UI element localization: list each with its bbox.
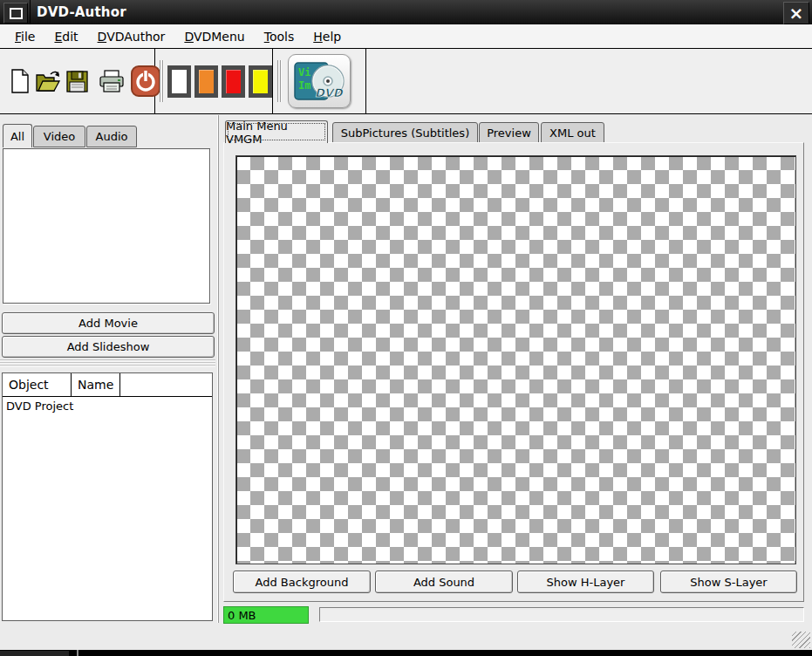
column-header-name[interactable]: Name — [72, 373, 120, 396]
menu-item-dvdauthor[interactable]: DVDAuthor — [88, 26, 175, 47]
new-document-icon — [10, 69, 30, 93]
printer-icon — [99, 70, 126, 93]
toolbar-file-section — [0, 49, 155, 113]
menu-item-tools[interactable]: Tools — [255, 26, 304, 47]
save-project-button[interactable] — [66, 71, 88, 92]
project-tree-header: Object Name — [3, 373, 212, 397]
vertical-splitter[interactable] — [215, 115, 223, 623]
window-menu-button[interactable] — [3, 3, 28, 24]
open-project-button[interactable] — [35, 70, 61, 92]
toolbar: Vi Im DVD — [0, 48, 812, 114]
show-s-layer-button[interactable]: Show S-Layer — [660, 571, 797, 593]
add-movie-button[interactable]: Add Movie — [2, 312, 215, 334]
tab-main-menu-vmgm[interactable]: Main Menu VMGM — [225, 120, 328, 143]
taskbar-fragment — [0, 651, 69, 656]
menu-item-help[interactable]: Help — [304, 26, 351, 47]
desktop-strip — [0, 650, 812, 656]
color-swatch-red[interactable] — [222, 65, 245, 98]
column-header-object[interactable]: Object — [3, 373, 72, 396]
taskbar-tick — [77, 650, 78, 656]
add-background-button[interactable]: Add Background — [233, 571, 371, 593]
menu-item-dvdmenu[interactable]: DVDMenu — [174, 26, 254, 47]
column-header-empty — [120, 373, 212, 396]
tab-audio[interactable]: Audio — [86, 126, 137, 147]
media-list[interactable] — [3, 148, 210, 304]
open-folder-icon — [35, 70, 61, 92]
progress-label: 0 MB — [228, 609, 256, 622]
menu-item-edit[interactable]: Edit — [44, 26, 87, 47]
svg-text:Im: Im — [298, 79, 310, 92]
tab-preview[interactable]: Preview — [479, 122, 539, 143]
menu-item-file[interactable]: File — [5, 26, 44, 47]
svg-text:Vi: Vi — [298, 66, 310, 79]
progress-track — [319, 607, 804, 622]
tab-all[interactable]: All — [3, 124, 32, 147]
close-icon: × — [789, 3, 804, 24]
toolbar-color-section — [155, 49, 273, 113]
tab-subpictures[interactable]: SubPictures (Subtitles) — [332, 122, 478, 143]
svg-text:DVD: DVD — [315, 86, 344, 99]
tree-row-dvd-project[interactable]: DVD Project — [3, 397, 212, 415]
toolbar-grip[interactable] — [277, 60, 283, 102]
horizontal-splitter[interactable] — [0, 359, 215, 371]
status-bar — [0, 624, 812, 650]
new-project-button[interactable] — [10, 69, 30, 93]
size-progress-bar: 0 MB — [223, 606, 309, 624]
dvd-video-import-button[interactable]: Vi Im DVD — [288, 54, 351, 108]
dvd-disc-icon: Vi Im DVD — [294, 60, 345, 102]
app-window: DVD-Author × File Edit DVDAuthor DVDMenu… — [0, 0, 812, 656]
close-button[interactable]: × — [783, 2, 809, 24]
color-swatch-orange[interactable] — [194, 65, 218, 98]
tab-xml-out[interactable]: XML out — [541, 122, 604, 143]
toolbar-grip[interactable] — [160, 60, 164, 102]
title-bar: DVD-Author × — [0, 0, 812, 24]
title-separator — [30, 0, 31, 24]
window-title: DVD-Author — [37, 0, 126, 24]
show-h-layer-button[interactable]: Show H-Layer — [517, 571, 654, 593]
menu-canvas[interactable] — [235, 155, 796, 564]
resize-grip[interactable] — [792, 632, 810, 648]
print-button[interactable] — [99, 70, 126, 93]
color-swatch-white[interactable] — [167, 65, 191, 98]
add-slideshow-button[interactable]: Add Slideshow — [2, 336, 215, 358]
toolbar-dvd-section: Vi Im DVD — [273, 49, 366, 113]
menu-bar: File Edit DVDAuthor DVDMenu Tools Help — [0, 24, 812, 48]
project-tree: Object Name DVD Project — [2, 372, 213, 621]
window-menu-icon — [10, 8, 23, 19]
color-swatch-yellow[interactable] — [249, 65, 272, 98]
add-sound-button[interactable]: Add Sound — [375, 571, 513, 593]
tab-video[interactable]: Video — [33, 126, 85, 147]
save-floppy-icon — [66, 71, 88, 92]
